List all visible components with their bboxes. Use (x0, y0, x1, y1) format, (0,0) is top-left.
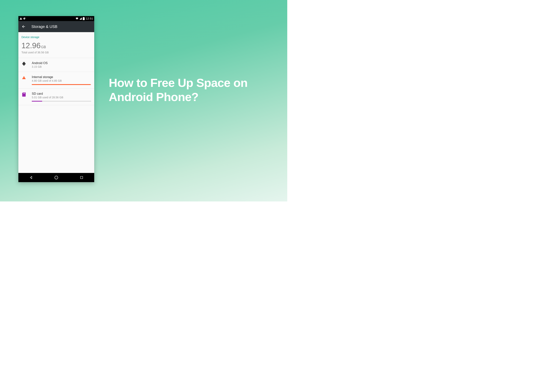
warning-triangle-icon (21, 75, 27, 80)
svg-line-10 (23, 62, 24, 62)
total-used-block[interactable]: 12.96GB Total used of 36.56 GB (19, 40, 94, 58)
row-title: Internal storage (32, 75, 91, 79)
total-used-subtext: Total used of 36.56 GB (21, 51, 91, 54)
svg-point-17 (55, 176, 58, 179)
svg-point-1 (24, 18, 25, 19)
svg-rect-15 (24, 93, 24, 94)
row-internal-storage[interactable]: Internal storage 4.80 GB used of 4.85 GB (19, 72, 94, 89)
navigation-bar (19, 173, 94, 182)
nav-home-button[interactable] (50, 175, 62, 180)
nav-recent-button[interactable] (75, 176, 88, 179)
total-used-value: 12.96GB (21, 41, 91, 50)
total-used-number: 12.96 (21, 41, 41, 50)
svg-line-11 (24, 62, 25, 62)
promo-headline: How to Free Up Space on Android Phone? (109, 76, 287, 104)
app-bar: Storage & USB (19, 21, 94, 32)
promo-canvas: How to Free Up Space on Android Phone? (0, 0, 287, 201)
svg-rect-4 (83, 17, 84, 18)
wifi-icon (75, 17, 78, 20)
status-clock: 12:51 (86, 17, 93, 20)
cell-signal-icon (79, 17, 82, 20)
svg-rect-18 (80, 176, 83, 179)
back-arrow-icon[interactable] (21, 25, 26, 29)
total-used-unit: GB (41, 45, 46, 49)
svg-rect-16 (25, 93, 25, 94)
row-subtext: 4.80 GB used of 4.85 GB (32, 79, 91, 82)
warning-icon (19, 17, 22, 20)
svg-rect-6 (22, 63, 23, 64)
svg-rect-7 (25, 63, 26, 64)
svg-rect-5 (23, 63, 25, 65)
svg-rect-13 (24, 78, 24, 79)
section-header-device-storage: Device storage (19, 32, 94, 40)
android-icon (21, 62, 27, 66)
sd-card-icon (21, 92, 27, 97)
battery-icon (83, 17, 85, 20)
app-bar-title: Storage & USB (31, 25, 57, 29)
row-android-os[interactable]: Android OS 3.15 GB (19, 58, 94, 72)
svg-rect-9 (24, 65, 25, 66)
row-sd-card[interactable]: SD card 5.01 GB used of 28.56 GB (19, 89, 94, 105)
sync-icon (23, 17, 26, 20)
row-subtext: 5.01 GB used of 28.56 GB (32, 96, 91, 99)
svg-rect-12 (24, 77, 24, 78)
nav-back-button[interactable] (25, 176, 37, 179)
android-phone-frame: 12:51 Storage & USB Device storage 12.96… (19, 16, 94, 182)
svg-point-2 (25, 18, 25, 18)
status-bar: 12:51 (19, 16, 94, 21)
svg-rect-14 (23, 93, 24, 94)
row-title: SD card (32, 92, 91, 96)
svg-rect-8 (23, 65, 24, 66)
row-title: Android OS (32, 62, 91, 65)
svg-rect-3 (83, 18, 85, 20)
progress-fill (32, 101, 42, 102)
progress-bar-sd (32, 101, 91, 102)
storage-content[interactable]: Device storage 12.96GB Total used of 36.… (19, 32, 94, 173)
progress-fill (32, 84, 91, 85)
progress-bar-internal (32, 84, 91, 85)
row-subtext: 3.15 GB (32, 65, 91, 68)
